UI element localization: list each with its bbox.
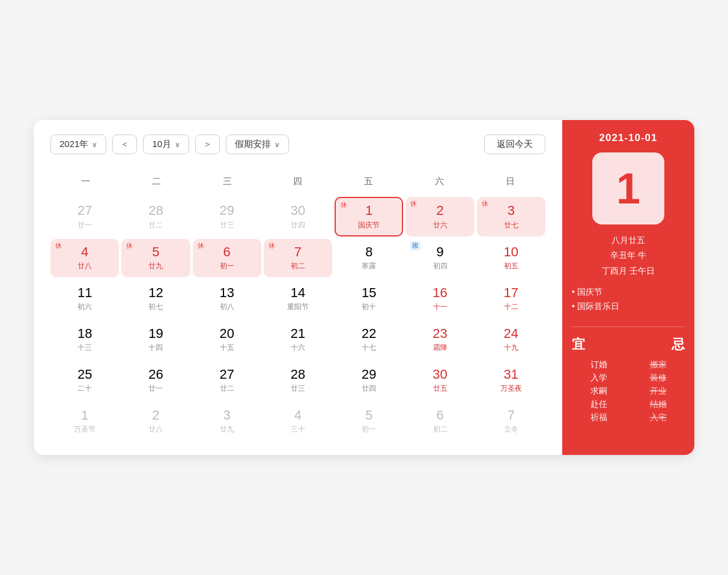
day-cell[interactable]: 25二十 xyxy=(50,361,119,400)
day-cell[interactable]: 15初十 xyxy=(335,280,403,318)
yi-item: 求嗣 xyxy=(572,386,625,397)
day-cell[interactable]: 17十二 xyxy=(477,280,545,318)
day-cell[interactable]: 休7初二 xyxy=(264,239,332,277)
day-cell[interactable]: 21十六 xyxy=(264,321,332,359)
day-lunar: 廿九 xyxy=(220,424,234,435)
day-cell[interactable]: 22十七 xyxy=(335,321,403,359)
day-cell[interactable]: 8寒露 xyxy=(335,239,403,277)
day-cell[interactable]: 19十四 xyxy=(121,321,190,359)
day-lunar: 初七 xyxy=(148,302,163,312)
day-number: 13 xyxy=(219,285,234,301)
day-cell[interactable]: 10初五 xyxy=(477,239,545,277)
day-number: 7 xyxy=(294,244,302,260)
day-cell[interactable]: 休3廿七 xyxy=(477,197,545,236)
day-cell[interactable]: 5初一 xyxy=(335,402,403,441)
day-cell[interactable]: 28廿三 xyxy=(264,361,332,400)
day-lunar: 廿三 xyxy=(291,384,305,394)
day-cell[interactable]: 27廿一 xyxy=(50,197,119,236)
day-cell[interactable]: 12初七 xyxy=(121,280,190,318)
day-cell[interactable]: 27廿二 xyxy=(193,361,261,400)
day-lunar: 廿四 xyxy=(291,220,305,230)
sidebar-lunar-line3: 丁酉月 壬午日 xyxy=(602,263,655,278)
xiu-badge: 休 xyxy=(268,241,275,250)
day-cell[interactable]: 6初二 xyxy=(405,402,474,441)
xiu-badge: 休 xyxy=(410,199,417,208)
day-lunar: 十五 xyxy=(220,343,234,353)
calendar-sidebar: 2021-10-01 1 八月廿五 辛丑年 牛 丁酉月 壬午日 • 国庆节• 国… xyxy=(562,120,694,454)
day-cell[interactable]: 休1国庆节 xyxy=(335,197,403,236)
day-cell[interactable]: 23霜降 xyxy=(405,321,474,359)
day-lunar: 廿八 xyxy=(77,261,92,271)
day-number: 5 xyxy=(365,408,372,423)
day-cell[interactable]: 休5廿九 xyxy=(121,239,190,277)
month-selector[interactable]: 10月 ∨ xyxy=(143,134,189,154)
day-lunar: 廿一 xyxy=(148,384,163,394)
weekday-cell: 二 xyxy=(121,171,192,192)
year-label: 2021年 xyxy=(59,139,88,150)
day-lunar: 廿七 xyxy=(504,220,518,230)
day-cell[interactable]: 休6初一 xyxy=(193,239,261,277)
year-chevron-icon: ∨ xyxy=(92,140,97,149)
holiday-selector[interactable]: 假期安排 ∨ xyxy=(226,134,289,154)
day-number: 30 xyxy=(291,203,305,218)
prev-month-button[interactable]: ＜ xyxy=(112,134,137,154)
day-cell[interactable]: 班9初四 xyxy=(405,239,474,277)
next-month-button[interactable]: ＞ xyxy=(195,134,220,154)
day-lunar: 寒露 xyxy=(362,261,376,271)
day-cell[interactable]: 31万圣夜 xyxy=(477,361,545,400)
days-grid: 27廿一28廿二29廿三30廿四休1国庆节休2廿六休3廿七休4廿八休5廿九休6初… xyxy=(50,197,545,440)
day-cell[interactable]: 休2廿六 xyxy=(405,197,474,236)
yiji-header: 宜 忌 xyxy=(572,336,685,354)
day-cell[interactable]: 28廿二 xyxy=(121,197,190,236)
day-cell[interactable]: 14重阳节 xyxy=(264,280,332,318)
return-today-button[interactable]: 返回今天 xyxy=(484,134,545,154)
day-number: 4 xyxy=(81,244,88,260)
day-number: 6 xyxy=(223,244,231,260)
day-number: 28 xyxy=(148,203,163,218)
day-cell[interactable]: 13初八 xyxy=(193,280,261,318)
day-lunar: 二十 xyxy=(77,384,92,394)
day-number: 21 xyxy=(291,326,305,342)
day-lunar: 初五 xyxy=(504,261,518,271)
xiu-badge: 休 xyxy=(198,241,204,250)
day-number: 29 xyxy=(219,203,234,218)
day-cell[interactable]: 24十九 xyxy=(477,321,545,359)
day-cell[interactable]: 18十三 xyxy=(50,321,119,359)
ji-item: 搬家 xyxy=(631,360,685,370)
day-cell[interactable]: 16十一 xyxy=(405,280,474,318)
day-number: 15 xyxy=(362,285,376,301)
day-lunar: 国庆节 xyxy=(358,220,380,230)
day-lunar: 十三 xyxy=(77,343,92,353)
month-chevron-icon: ∨ xyxy=(175,140,180,149)
day-cell[interactable]: 26廿一 xyxy=(121,361,190,400)
sidebar-holiday-item: • 国庆节 xyxy=(572,287,685,298)
day-cell[interactable]: 30廿四 xyxy=(264,197,332,236)
day-cell[interactable]: 3廿九 xyxy=(193,402,261,441)
day-lunar: 廿九 xyxy=(148,261,163,271)
day-number: 3 xyxy=(223,408,231,423)
day-cell[interactable]: 4三十 xyxy=(264,402,332,441)
day-cell[interactable]: 29廿三 xyxy=(193,197,261,236)
ji-item: 开业 xyxy=(631,386,685,397)
day-cell[interactable]: 休4廿八 xyxy=(50,239,119,277)
day-cell[interactable]: 7立冬 xyxy=(477,402,545,441)
sidebar-day-card: 1 xyxy=(592,152,664,224)
day-number: 31 xyxy=(504,367,518,382)
day-number: 27 xyxy=(219,367,234,382)
day-cell[interactable]: 30廿五 xyxy=(405,361,474,400)
day-number: 30 xyxy=(432,367,447,382)
sidebar-yiji: 宜 忌 订婚搬家入学装修求嗣开业赴任结婚祈福入宅 xyxy=(572,327,685,423)
sidebar-lunar-info: 八月廿五 辛丑年 牛 丁酉月 壬午日 xyxy=(602,233,655,278)
day-cell[interactable]: 20十五 xyxy=(193,321,261,359)
day-cell[interactable]: 2廿八 xyxy=(121,402,190,441)
year-selector[interactable]: 2021年 ∨ xyxy=(50,134,106,154)
day-number: 8 xyxy=(365,244,372,260)
day-number: 12 xyxy=(148,285,163,301)
month-label: 10月 xyxy=(152,139,171,150)
day-cell[interactable]: 29廿四 xyxy=(335,361,403,400)
day-lunar: 初一 xyxy=(362,424,376,435)
day-lunar: 万圣夜 xyxy=(500,384,522,394)
day-number: 27 xyxy=(77,203,92,218)
day-cell[interactable]: 11初六 xyxy=(50,280,119,318)
day-cell[interactable]: 1万圣节 xyxy=(50,402,119,441)
